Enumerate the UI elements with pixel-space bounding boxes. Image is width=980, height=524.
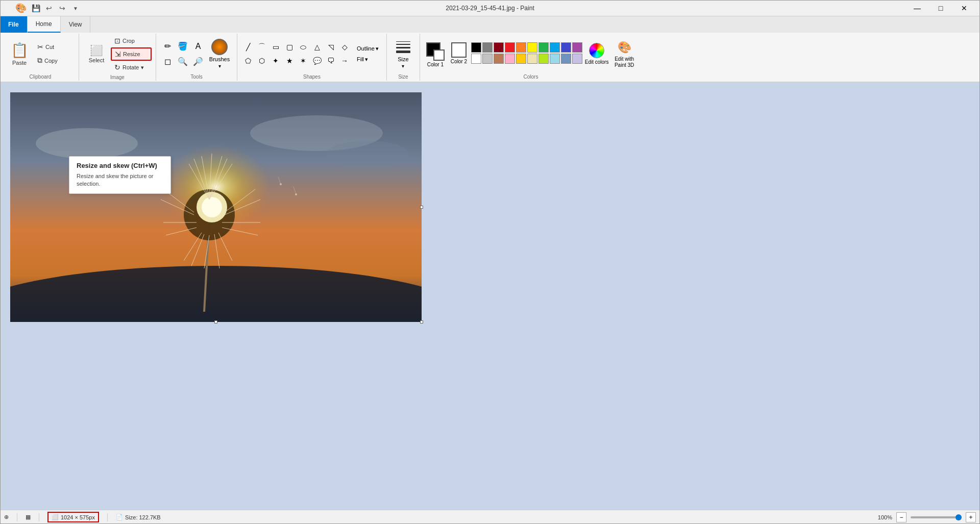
rotate-button[interactable]: ↻ Rotate▾ [111, 61, 152, 73]
color-picker-button[interactable]: 🔍 [176, 55, 190, 69]
tab-file[interactable]: File [0, 16, 28, 33]
resize-button[interactable]: ⇲ Resize [111, 47, 152, 61]
swatch-red[interactable] [505, 42, 515, 53]
shapes-group: ╱ ⌒ ▭ ▢ ⬭ △ ◹ ◇ ⬠ ⬡ ✦ [237, 34, 387, 81]
text-button[interactable]: A [191, 39, 205, 54]
paste-button[interactable]: 📋 Paste [6, 36, 33, 72]
ellipse-button[interactable]: ⬭ [297, 40, 310, 54]
swatch-lightblue[interactable] [550, 54, 560, 64]
tools-col: ✏ 🪣 A ◻ 🔍 🔎 [160, 39, 205, 69]
magnify-button[interactable]: 🔎 [191, 55, 205, 69]
swatch-white[interactable] [471, 54, 481, 64]
star5-button[interactable]: ★ [283, 54, 296, 67]
zoom-slider[interactable] [911, 516, 962, 518]
canvas-image [10, 92, 422, 322]
qa-dropdown-button[interactable]: ▼ [69, 2, 82, 14]
resize-handle-bottom[interactable] [214, 320, 217, 323]
swatch-darkred[interactable] [494, 42, 504, 53]
minimize-button[interactable]: — [905, 0, 929, 16]
swatch-purple[interactable] [572, 42, 582, 53]
swatch-yellow[interactable] [527, 42, 537, 53]
palette-row1 [471, 42, 582, 53]
zoom-in-button[interactable]: + [966, 512, 976, 522]
edit-with-3d-button[interactable]: 🎨 Edit with Paint 3D [611, 36, 638, 72]
size-line-1 [396, 41, 410, 42]
close-button[interactable]: ✕ [952, 0, 976, 16]
cut-button[interactable]: ✂ Cut [34, 41, 75, 53]
swatch-lime[interactable] [538, 54, 549, 64]
tab-view[interactable]: View [61, 16, 91, 33]
outline-button[interactable]: Outline▾ [353, 44, 382, 54]
palette-row2 [471, 54, 582, 64]
swatch-gold[interactable] [516, 54, 526, 64]
callout2-button[interactable]: 🗨 [324, 54, 337, 67]
tools-row2: ◻ 🔍 🔎 [160, 55, 205, 69]
navigator-button[interactable]: ⊕ [4, 514, 9, 520]
star6-button[interactable]: ✶ [297, 54, 310, 67]
edit-colors-button[interactable]: Edit colors [583, 36, 610, 72]
select-button[interactable]: ⬜ Select [83, 40, 110, 68]
swatch-brown[interactable] [494, 54, 504, 64]
fill-button[interactable]: 🪣 [176, 39, 190, 54]
undo-button[interactable]: ↩ [43, 2, 55, 14]
copy-button[interactable]: ⧉ Copy [34, 54, 75, 67]
swatch-lavender[interactable] [572, 54, 582, 64]
swatch-steelblue[interactable] [561, 54, 571, 64]
image-group-content: ⬜ Select ⊡ Crop ⇲ Resize [83, 35, 152, 73]
star4-button[interactable]: ✦ [269, 54, 282, 67]
rtriangle-button[interactable]: ◹ [324, 40, 337, 54]
zoom-out-button[interactable]: − [896, 512, 906, 522]
swatch-indigo[interactable] [561, 42, 571, 53]
swatch-black[interactable] [471, 42, 481, 53]
edit-colors-icon [589, 43, 604, 58]
crop-button[interactable]: ⊡ Crop [111, 35, 152, 47]
arrow-button[interactable]: → [338, 54, 351, 67]
callout-button[interactable]: 💬 [310, 54, 324, 67]
pencil-button[interactable]: ✏ [160, 39, 175, 54]
swatch-lightgray[interactable] [482, 54, 493, 64]
redo-button[interactable]: ↪ [56, 2, 68, 14]
line-button[interactable]: ╱ [241, 40, 255, 54]
maximize-button[interactable]: □ [929, 0, 952, 16]
zoom-section: 100% − + [878, 512, 976, 522]
swatch-pink[interactable] [505, 54, 515, 64]
resize-handle-bottomright[interactable] [420, 320, 423, 323]
tab-home[interactable]: Home [28, 16, 61, 33]
save-button[interactable]: 💾 [30, 2, 42, 14]
clipboard-group: 📋 Paste ✂ Cut ⧉ Copy Clipboar [2, 34, 79, 81]
canvas-area[interactable]: Resize and skew (Ctrl+W) Resize and skew… [0, 82, 980, 510]
rect-button[interactable]: ▭ [269, 40, 282, 54]
swatch-orange[interactable] [516, 42, 526, 53]
swatch-gray[interactable] [482, 42, 493, 53]
color2-button[interactable]: Color 2 [449, 40, 469, 66]
view-toggle[interactable]: ▦ [26, 514, 31, 520]
resize-handle-right[interactable] [420, 206, 423, 209]
curve-button[interactable]: ⌒ [255, 40, 268, 54]
color1-button[interactable]: Color 1 [424, 40, 447, 69]
copy-icon: ⧉ [37, 56, 42, 65]
roundrect-button[interactable]: ▢ [283, 40, 296, 54]
cut-copy-col: ✂ Cut ⧉ Copy [34, 41, 75, 67]
zoom-thumb [955, 514, 962, 520]
color1-background [433, 49, 445, 61]
canvas-icon: ⬜ [52, 514, 59, 520]
brushes-button[interactable]: Brushes ▾ [206, 36, 233, 72]
fill-shape-button[interactable]: Fill▾ [353, 55, 382, 64]
tools-group: ✏ 🪣 A ◻ 🔍 🔎 Brushes [156, 34, 237, 81]
zoom-level: 100% [878, 514, 892, 520]
clipboard-group-label: Clipboard [30, 73, 52, 80]
window-title: 2021-03-29_15-45-41.jpg - Paint [446, 5, 534, 12]
pentagon-button[interactable]: ⬠ [241, 54, 255, 67]
quick-access-toolbar: 🎨 💾 ↩ ↪ ▼ [15, 2, 82, 14]
hexagon-button[interactable]: ⬡ [255, 54, 268, 67]
shapes-group-label: Shapes [303, 73, 321, 80]
swatch-cream[interactable] [527, 54, 537, 64]
swatch-blue[interactable] [550, 42, 560, 53]
triangle-button[interactable]: △ [310, 40, 324, 54]
diamond-button[interactable]: ◇ [338, 40, 351, 54]
size-button[interactable]: Size ▾ [391, 36, 415, 72]
eraser-button[interactable]: ◻ [160, 55, 175, 69]
swatch-green[interactable] [538, 42, 549, 53]
colors-group-label: Colors [524, 73, 538, 80]
cut-icon: ✂ [37, 43, 43, 51]
